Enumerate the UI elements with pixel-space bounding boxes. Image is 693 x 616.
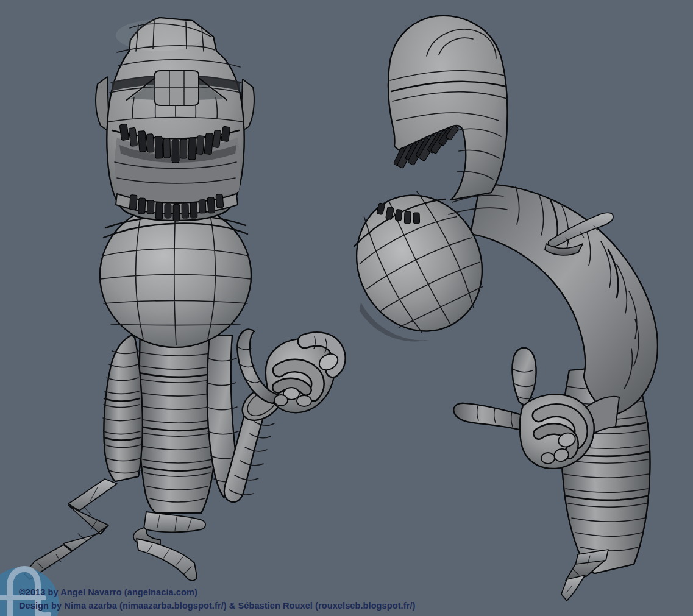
credits: ©2013 by Angel Navarro (angelnacia.com) … xyxy=(19,586,415,612)
pointing-index-finger xyxy=(453,403,528,431)
figure-front-torso xyxy=(138,329,218,513)
figure-side-arm xyxy=(471,184,658,417)
figure-side-head xyxy=(388,16,507,214)
figure-front-view xyxy=(24,18,341,581)
thumb xyxy=(512,348,536,406)
figure-front-hand xyxy=(236,330,341,428)
bandage-ribbon-torso xyxy=(133,512,205,581)
credit-line-1: ©2013 by Angel Navarro (angelnacia.com) xyxy=(19,586,415,599)
bandage-ribbon-body-column xyxy=(561,550,608,601)
figure-front-belly xyxy=(100,204,251,347)
render-canvas: ©2013 by Angel Navarro (angelnacia.com) … xyxy=(0,0,693,616)
figure-front-head xyxy=(96,18,254,221)
figure-side-view xyxy=(334,16,658,601)
figure-front-left-arm xyxy=(103,335,143,481)
mummy-wireframe-render xyxy=(0,0,693,616)
bandage-ribbon-left-arm xyxy=(24,479,117,579)
credit-line-2: Design by Nima azarba (nimaazarba.blogsp… xyxy=(19,599,415,612)
